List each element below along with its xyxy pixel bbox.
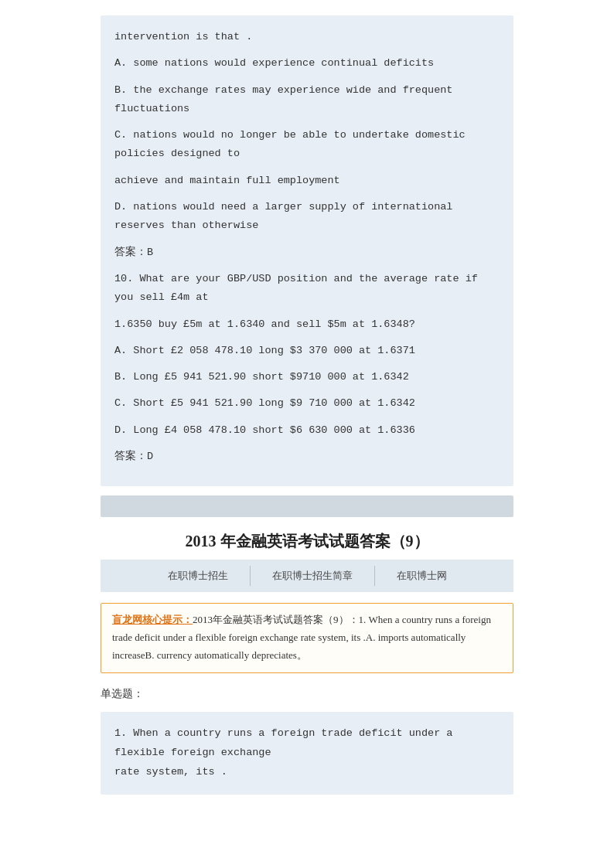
single-choice-section: 单选题：	[101, 687, 513, 701]
answer-10: 答案：D	[114, 448, 500, 466]
option-a: A. some nations would experience continu…	[114, 54, 500, 73]
tab-bar: 在职博士招生 在职博士招生简章 在职博士网	[101, 560, 513, 592]
option-c-line1: C. nations would no longer be able to un…	[114, 126, 500, 164]
section-title: 2013 年金融英语考试试题答案（9）	[0, 531, 614, 552]
highlight-label: 盲龙网核心提示：	[112, 614, 193, 625]
tab-phd-brochure[interactable]: 在职博士招生简章	[251, 566, 375, 586]
top-content-box: intervention is that . A. some nations w…	[101, 15, 513, 486]
tab-phd-site[interactable]: 在职博士网	[375, 566, 469, 586]
q10-text-1: 10. What are your GBP/USD position and t…	[114, 270, 500, 308]
q10-option-d: D. Long £4 058 478.10 short $6 630 000 a…	[114, 421, 500, 440]
question-1-line2: rate system, its .	[114, 763, 500, 782]
q10-text-2: 1.6350 buy £5m at 1.6340 and sell $5m at…	[114, 315, 500, 334]
single-choice-label: 单选题：	[101, 687, 513, 701]
answer-9: 答案：B	[114, 243, 500, 262]
highlight-box: 盲龙网核心提示：2013年金融英语考试试题答案（9）：1. When a cou…	[101, 603, 513, 672]
divider	[101, 495, 513, 517]
q10-option-c: C. Short £5 941 521.90 long $9 710 000 a…	[114, 394, 500, 413]
tab-phd-enrollment[interactable]: 在职博士招生	[146, 566, 251, 586]
option-d: D. nations would need a larger supply of…	[114, 198, 500, 236]
q10-option-a: A. Short £2 058 478.10 long $3 370 000 a…	[114, 342, 500, 360]
intro-text: intervention is that .	[114, 28, 500, 46]
option-b: B. the exchange rates may experience wid…	[114, 81, 500, 119]
question-1-line1: 1. When a country runs a foreign trade d…	[114, 724, 500, 763]
question-1-area: 1. When a country runs a foreign trade d…	[101, 712, 513, 795]
q10-option-b: B. Long £5 941 521.90 short $9710 000 at…	[114, 368, 500, 386]
option-c-line2: achieve and maintain full employment	[114, 172, 500, 190]
